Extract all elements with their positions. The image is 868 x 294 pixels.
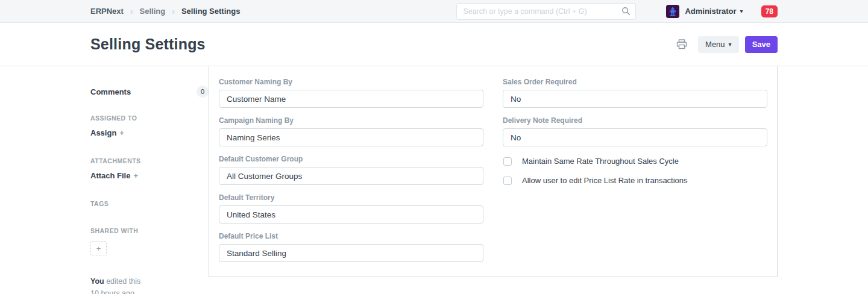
breadcrumb-chevron-icon: ›	[172, 7, 175, 16]
sidebar-item-comments[interactable]: Comments 0	[90, 86, 209, 98]
field-campaign-naming-by: Campaign Naming By Naming Series	[219, 116, 483, 146]
checkbox-icon[interactable]	[503, 177, 512, 185]
field-label: Customer Naming By	[219, 78, 483, 86]
checkbox-label: Maintain Same Rate Throughout Sales Cycl…	[522, 157, 679, 166]
attach-file-button[interactable]: Attach File+	[90, 171, 209, 180]
assigned-to-heading: ASSIGNED TO	[90, 114, 209, 122]
menu-button-label: Menu	[705, 40, 725, 49]
field-sales-order-required: Sales Order Required No	[503, 78, 767, 108]
field-default-customer-group: Default Customer Group All Customer Grou…	[219, 155, 483, 185]
checkbox-maintain-same-rate[interactable]: Maintain Same Rate Throughout Sales Cycl…	[503, 157, 767, 166]
form-column-right: Sales Order Required No Delivery Note Re…	[493, 66, 777, 277]
field-label: Sales Order Required	[503, 78, 767, 86]
breadcrumb-item-selling[interactable]: Selling	[140, 7, 166, 16]
modified-text: edited this	[106, 277, 140, 286]
sidebar-section-shared-with: SHARED WITH +	[90, 227, 209, 255]
assign-button[interactable]: Assign+	[90, 128, 209, 137]
sidebar-section-tags: TAGS	[90, 200, 209, 207]
page-actions: Menu ▾ Save	[676, 36, 778, 53]
breadcrumb-item-erpnext[interactable]: ERPNext	[90, 7, 124, 16]
user-avatar[interactable]	[666, 5, 679, 18]
breadcrumb-item-selling-settings[interactable]: Selling Settings	[181, 7, 241, 16]
sidebar-section-assigned-to: ASSIGNED TO Assign+	[90, 114, 209, 137]
checkbox-icon[interactable]	[503, 157, 512, 166]
assign-label: Assign	[90, 128, 116, 137]
checkbox-label: Allow user to edit Price List Rate in tr…	[522, 176, 688, 185]
notifications-badge[interactable]: 78	[761, 5, 778, 17]
comments-count-badge: 0	[197, 86, 209, 98]
sales-order-required-select[interactable]: No	[503, 90, 767, 108]
checkbox-allow-edit-price-list-rate[interactable]: Allow user to edit Price List Rate in tr…	[503, 176, 767, 185]
delivery-note-required-select[interactable]: No	[503, 128, 767, 146]
attach-file-label: Attach File	[90, 171, 130, 180]
default-price-list-input[interactable]: Standard Selling	[219, 244, 483, 262]
field-label: Campaign Naming By	[219, 116, 483, 125]
plus-icon: +	[133, 171, 138, 180]
menu-button[interactable]: Menu ▾	[698, 36, 739, 53]
field-label: Delivery Note Required	[503, 116, 767, 125]
global-search	[456, 3, 636, 20]
add-share-button[interactable]: +	[90, 241, 107, 255]
breadcrumb-chevron-icon: ›	[130, 7, 133, 16]
robot-identicon-icon	[668, 7, 678, 16]
user-name: Administrator	[685, 7, 736, 16]
customer-naming-by-select[interactable]: Customer Name	[219, 90, 483, 108]
navbar-right: Administrator ▾ 78	[456, 3, 778, 20]
search-icon[interactable]	[621, 7, 631, 16]
navbar: ERPNext › Selling › Selling Settings	[0, 0, 868, 23]
search-input[interactable]	[456, 3, 636, 20]
comments-label: Comments	[90, 87, 131, 96]
modified-by: You	[90, 277, 104, 286]
page-title: Selling Settings	[90, 36, 206, 53]
default-customer-group-input[interactable]: All Customer Groups	[219, 167, 483, 185]
field-delivery-note-required: Delivery Note Required No	[503, 116, 767, 146]
main-layout: Comments 0 ASSIGNED TO Assign+ ATTACHMEN…	[0, 66, 868, 294]
modified-info: You edited this 10 hours ago	[90, 275, 209, 294]
sidebar-section-attachments: ATTACHMENTS Attach File+	[90, 157, 209, 180]
field-label: Default Price List	[219, 232, 483, 240]
field-default-territory: Default Territory United States	[219, 193, 483, 224]
plus-icon: +	[96, 244, 101, 253]
default-territory-input[interactable]: United States	[219, 205, 483, 224]
modified-when: 10 hours ago	[90, 289, 134, 294]
campaign-naming-by-select[interactable]: Naming Series	[219, 128, 483, 146]
chevron-down-icon: ▾	[740, 8, 743, 14]
field-label: Default Territory	[219, 193, 483, 202]
print-icon[interactable]	[676, 39, 687, 49]
field-customer-naming-by: Customer Naming By Customer Name	[219, 78, 483, 108]
field-label: Default Customer Group	[219, 155, 483, 163]
breadcrumb: ERPNext › Selling › Selling Settings	[90, 7, 240, 16]
page-head: Selling Settings Menu ▾ Save	[0, 23, 868, 66]
form-column-left: Customer Naming By Customer Name Campaig…	[209, 66, 493, 277]
plus-icon: +	[119, 128, 124, 137]
shared-with-heading: SHARED WITH	[90, 227, 209, 234]
tags-heading: TAGS	[90, 200, 209, 207]
attachments-heading: ATTACHMENTS	[90, 157, 209, 164]
form-card: Customer Naming By Customer Name Campaig…	[209, 66, 778, 277]
chevron-down-icon: ▾	[729, 41, 732, 48]
form-sidebar: Comments 0 ASSIGNED TO Assign+ ATTACHMEN…	[90, 66, 209, 294]
field-default-price-list: Default Price List Standard Selling	[219, 232, 483, 262]
user-menu[interactable]: Administrator ▾	[685, 7, 743, 16]
save-button[interactable]: Save	[745, 36, 778, 53]
